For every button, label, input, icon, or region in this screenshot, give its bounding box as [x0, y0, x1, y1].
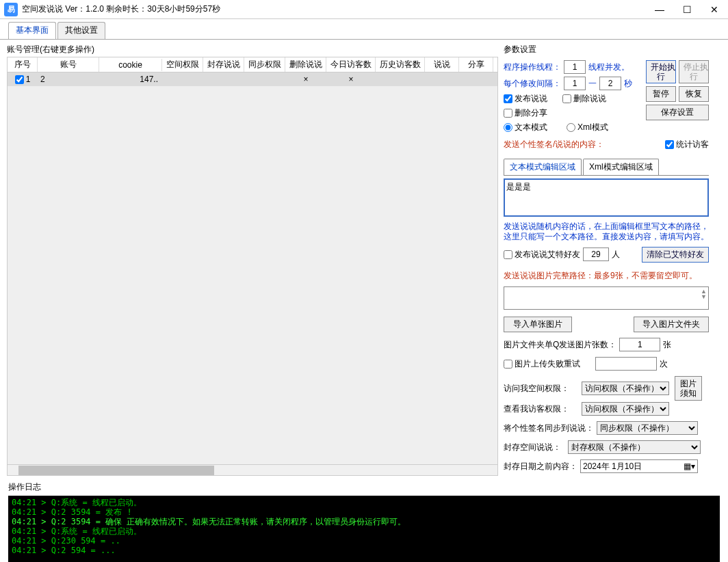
- row-checkbox[interactable]: [15, 75, 24, 84]
- cell-del: ×: [285, 75, 326, 84]
- thread-input[interactable]: [564, 60, 586, 74]
- cb-at[interactable]: 发布说说艾特好友: [504, 249, 580, 260]
- content-textarea[interactable]: 是是是: [504, 178, 709, 217]
- seal-date-picker[interactable]: 2024年 1月10日 ▦▾: [580, 459, 698, 473]
- img-path-box[interactable]: ▲▼: [504, 286, 709, 310]
- import-folder-button[interactable]: 导入图片文件夹: [634, 317, 709, 332]
- th-share: 分享: [459, 57, 493, 72]
- tab-xml-edit[interactable]: Xml模式编辑区域: [583, 159, 659, 175]
- tab-other[interactable]: 其他设置: [57, 22, 105, 39]
- seal-label: 封存空间说说：: [504, 442, 565, 453]
- interval-min[interactable]: [564, 77, 586, 90]
- sync-select[interactable]: 同步权限（不操作）: [597, 421, 698, 435]
- params-title: 参数设置: [504, 44, 709, 55]
- th-shuo: 说说: [425, 57, 459, 72]
- table-row[interactable]: 1 2 147.. × ×: [8, 72, 497, 86]
- send-label: 发送个性签名/说说的内容：: [504, 139, 604, 150]
- interval-max[interactable]: [599, 77, 621, 90]
- minimize-button[interactable]: —: [646, 0, 673, 19]
- cb-stat[interactable]: 统计访客: [665, 139, 709, 150]
- interval-label: 每个修改间隔：: [504, 78, 561, 90]
- view-me-label: 查看我访客权限：: [504, 403, 579, 415]
- calendar-icon: ▦▾: [684, 461, 695, 471]
- horizontal-scrollbar[interactable]: [8, 464, 497, 475]
- img-note-button[interactable]: 图片 须知: [675, 376, 702, 401]
- pause-button[interactable]: 暂停: [646, 86, 676, 102]
- img-note: 发送说说图片完整路径：最多9张，不需要留空即可。: [504, 270, 709, 282]
- cb-publish[interactable]: 发布说说: [504, 93, 547, 105]
- log-line: 04:21 > Q:2 3594 = 发布 !: [12, 507, 716, 517]
- th-acct: 账号: [38, 57, 99, 72]
- th-idx: 序号: [8, 57, 38, 72]
- resume-button[interactable]: 恢复: [679, 86, 709, 102]
- th-del: 删除说说: [285, 57, 326, 72]
- cell-acct: 2: [38, 75, 99, 84]
- cb-delshare[interactable]: 删除分享: [504, 107, 547, 119]
- log-console[interactable]: 04:21 > Q:系统 = 线程已启动。 04:21 > Q:2 3594 =…: [8, 496, 720, 562]
- view-me-select[interactable]: 访问权限（不操作）: [582, 402, 669, 416]
- app-icon: 易: [4, 3, 18, 16]
- th-sync: 同步权限: [244, 57, 285, 72]
- titlebar: 易 空间发说说 Ver：1.2.0 剩余时长：30天8小时59分57秒 — ☐ …: [0, 0, 728, 19]
- thread-mode: 线程并发。: [588, 62, 629, 73]
- tab-basic[interactable]: 基本界面: [8, 22, 56, 39]
- account-header: 账号管理(右键更多操作): [7, 44, 498, 55]
- import-single-button[interactable]: 导入单张图片: [504, 317, 572, 332]
- log-line: 04:21 > Q:230 594 = ..: [12, 536, 716, 546]
- radio-text[interactable]: 文本模式: [504, 122, 547, 133]
- radio-xml[interactable]: Xml模式: [567, 122, 608, 133]
- save-button[interactable]: 保存设置: [646, 105, 709, 120]
- start-button[interactable]: 开始执 行: [646, 60, 676, 83]
- clear-at-button[interactable]: 清除已艾特好友: [642, 247, 709, 263]
- random-note: 发送说说随机内容的话，在上面编辑框里写文本的路径，这里只能写一个文本路径。直接发…: [504, 222, 709, 242]
- log-line: 04:21 > Q:系统 = 线程已启动。: [12, 526, 716, 536]
- th-today: 今日访客数: [326, 57, 376, 72]
- th-seal: 封存说说: [203, 57, 244, 72]
- thread-label: 程序操作线程：: [504, 62, 561, 73]
- account-table[interactable]: 序号 账号 cookie 空间权限 封存说说 同步权限 删除说说 今日访客数 历…: [7, 57, 498, 476]
- main-tabs: 基本界面 其他设置: [0, 22, 728, 40]
- folder-count-input[interactable]: [619, 338, 660, 351]
- retry-input[interactable]: [595, 357, 657, 371]
- cell-cookie: 147..: [99, 75, 162, 84]
- tab-text-edit[interactable]: 文本模式编辑区域: [504, 159, 582, 175]
- maximize-button[interactable]: ☐: [673, 0, 701, 19]
- sync-label: 将个性签名同步到说说：: [504, 423, 594, 434]
- log-line: 04:21 > Q:2 594 = ...: [12, 546, 716, 555]
- log-line: 04:21 > Q:2 3594 = 确保 正确有效情况下。如果无法正常转账，请…: [12, 517, 716, 526]
- window-title: 空间发说说 Ver：1.2.0 剩余时长：30天8小时59分57秒: [22, 3, 646, 15]
- cb-retry[interactable]: 图片上传失败重试: [504, 358, 580, 370]
- table-header: 序号 账号 cookie 空间权限 封存说说 同步权限 删除说说 今日访客数 历…: [8, 57, 497, 72]
- content-tabs: 文本模式编辑区域 Xml模式编辑区域: [504, 159, 709, 176]
- th-perm: 空间权限: [162, 57, 203, 72]
- folder-count-label: 图片文件夹单Q发送图片张数：: [504, 339, 616, 351]
- visit-me-select[interactable]: 访问权限（不操作）: [582, 382, 669, 395]
- th-history: 历史访客数: [376, 57, 425, 72]
- at-count[interactable]: [583, 247, 609, 261]
- cell-today: ×: [326, 75, 376, 84]
- cb-delete[interactable]: 删除说说: [562, 93, 606, 105]
- th-cookie: cookie: [99, 59, 162, 71]
- seal-select[interactable]: 封存权限（不操作）: [568, 440, 701, 454]
- seal-date-label: 封存日期之前内容：: [504, 461, 577, 472]
- visit-me-label: 访问我空间权限：: [504, 383, 579, 394]
- log-line: 04:21 > Q:系统 = 线程已启动。: [12, 498, 716, 507]
- stop-button[interactable]: 停止执 行: [679, 60, 709, 83]
- log-label: 操作日志: [0, 480, 728, 494]
- close-button[interactable]: ✕: [701, 0, 728, 19]
